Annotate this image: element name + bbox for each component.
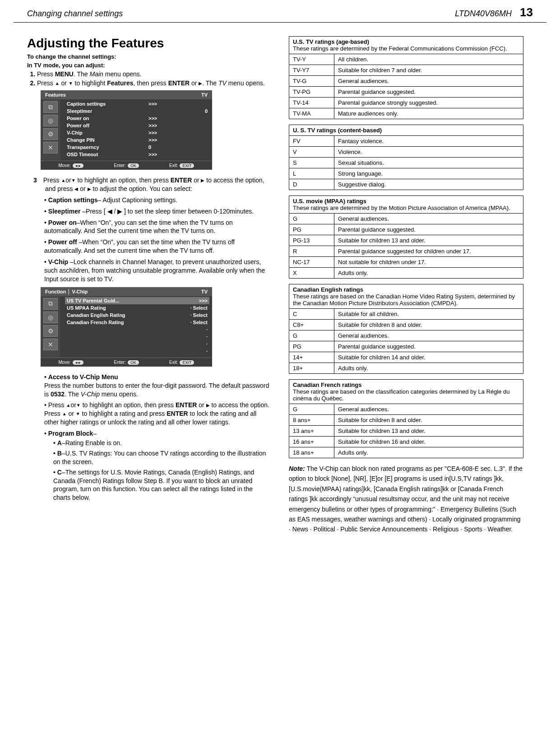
us-tv-age-table: U.S. TV ratings (age-based)These ratings… xyxy=(289,36,523,119)
tools-icon: ✕ xyxy=(43,339,58,350)
table-row: TV-14Parental guidance strongly suggeste… xyxy=(289,97,523,108)
osd-row[interactable]: Transpaerncy0 xyxy=(67,144,208,151)
table-row: 14+Suitable for children 14 and older. xyxy=(289,352,523,363)
table-row: PGParental guidance suggested. xyxy=(289,341,523,352)
osd-row[interactable]: Change PIN>>> xyxy=(67,136,208,144)
table-row: RParental guidance suggested for childre… xyxy=(289,246,523,256)
table-row: VViolence. xyxy=(289,146,523,157)
triangle-up-icon: ▲ xyxy=(62,411,67,416)
table-row: GGeneral audiences. xyxy=(289,404,523,414)
tuner-icon: ◎ xyxy=(43,312,58,323)
step-1: Press MENU. The Main menu opens. xyxy=(37,70,271,78)
osd-mode: TV xyxy=(201,92,208,98)
osd-row[interactable]: Canadian English Rating· Select xyxy=(67,312,208,319)
tv-icon: ⧉ xyxy=(43,101,58,113)
page-title: Adjusting the Features xyxy=(27,36,271,51)
feature-bullet: Power off –When “On”, you can set the ti… xyxy=(44,238,271,255)
table-row: GGeneral audiences. xyxy=(289,214,523,224)
osd-function-label: Function xyxy=(45,289,66,294)
table-row: 13 ans+Suitable for children 13 and olde… xyxy=(289,425,523,436)
step-3: 3 Press ▲or▼ to highlight an option, the… xyxy=(45,176,271,193)
table-row: DSuggestive dialog. xyxy=(289,179,523,190)
osd-vchip-menu: Function │ V-Chip TV ⧉ ◎ ⚙ ✕ US TV Paren… xyxy=(41,287,212,367)
triangle-down-icon: ▼ xyxy=(69,81,73,86)
table-row: PG-13Suitable for children 13 and older. xyxy=(289,235,523,246)
right-column: U.S. TV ratings (age-based)These ratings… xyxy=(289,36,523,541)
table-row: XAdults only. xyxy=(289,267,523,278)
osd-title: Features xyxy=(45,92,66,98)
table-row: C8+Suitable for children 8 and older. xyxy=(289,319,523,330)
osd-row[interactable]: Power off>>> xyxy=(67,122,208,129)
feature-bullet: V-Chip –Lock channels in Channel Manager… xyxy=(44,258,271,284)
note-paragraph: Note: The V-Chip can block non rated pro… xyxy=(289,464,523,535)
ok-button[interactable]: OK xyxy=(128,360,139,365)
feature-bullet: Sleeptimer –Press [ ◀ / ▶ ] to set the s… xyxy=(44,207,271,216)
table-row: 18+Adults only. xyxy=(289,363,523,373)
triangle-up-icon: ▲ xyxy=(55,81,60,86)
intro-line-1: To change the channel settings: xyxy=(27,53,271,60)
triangle-down-icon: ▼ xyxy=(76,403,81,408)
gear-icon: ⚙ xyxy=(43,128,58,140)
page-header: Changing channel settings LTDN40V86MH 13 xyxy=(0,0,560,21)
osd-row[interactable]: · xyxy=(67,340,208,348)
triangle-left-icon: ◀ xyxy=(74,186,78,191)
table-row: SSexual situations. xyxy=(289,157,523,168)
tools-icon: ✕ xyxy=(43,142,58,153)
table-row: 16 ans+Suitable for children 16 and olde… xyxy=(289,436,523,447)
table-row: FVFantasy violence. xyxy=(289,136,523,146)
tuner-icon: ◎ xyxy=(43,115,58,126)
feature-bullet: Power on–When “On”, you can set the time… xyxy=(44,219,271,236)
table-row: 18 ans+Adults only. xyxy=(289,447,523,458)
osd-row[interactable]: OSD Timeout>>> xyxy=(67,151,208,158)
vchip-press-bullet: Press ▲or▼ to highlight an option, then … xyxy=(44,401,271,427)
osd-row[interactable]: Canadian French Rating· Select xyxy=(67,319,208,326)
triangle-down-icon: ▼ xyxy=(76,411,80,416)
triangle-right-icon: ▶ xyxy=(201,178,204,183)
program-block-bullet: Program Block– A–Rating Enable is on. B–… xyxy=(44,429,271,502)
osd-row[interactable]: V-Chip>>> xyxy=(67,129,208,136)
osd-row[interactable]: Caption settings>>> xyxy=(67,100,208,107)
table-row: TV-Y7Suitable for children 7 and older. xyxy=(289,65,523,75)
table-row: PGParental guidance suggested. xyxy=(289,224,523,235)
canadian-french-table: Canadian French ratingsThese ratings are… xyxy=(289,379,523,458)
vchip-access-bullet: Access to V-Chip Menu Press the number b… xyxy=(44,373,271,399)
osd-row[interactable]: · xyxy=(67,333,208,340)
triangle-right-icon: ▶ xyxy=(88,186,91,191)
tv-icon: ⧉ xyxy=(43,298,58,310)
arrows-icon: ◂ ▸ xyxy=(73,163,84,168)
us-mpaa-table: U.S. movie (MPAA) ratingsThese ratings a… xyxy=(289,195,523,279)
table-row: TV-GGeneral audiences. xyxy=(289,75,523,86)
gear-icon: ⚙ xyxy=(43,325,58,337)
osd-row[interactable]: US TV Parental Guid...>>> xyxy=(65,297,209,304)
us-tv-content-table: U. S. TV ratings (content-based) FVFanta… xyxy=(289,125,523,190)
triangle-right-icon: ▶ xyxy=(206,403,210,408)
triangle-right-icon: ▶ xyxy=(199,81,202,86)
arrows-icon: ◂ ▸ xyxy=(73,360,84,365)
ok-button[interactable]: OK xyxy=(128,163,139,168)
header-page-number: 13 xyxy=(520,5,533,19)
exit-button[interactable]: EXIT xyxy=(180,163,194,168)
table-row: TV-YAll children. xyxy=(289,54,523,65)
table-row: LStrong language. xyxy=(289,168,523,179)
table-row: TV-PGParental guidance suggested. xyxy=(289,86,523,97)
exit-button[interactable]: EXIT xyxy=(180,360,194,365)
feature-bullet: Caption settings– Adjust Captioning sett… xyxy=(44,196,271,205)
table-row: CSuitable for all children. xyxy=(289,309,523,319)
table-row: GGeneral audiences. xyxy=(289,330,523,341)
osd-row[interactable]: · xyxy=(67,348,208,355)
header-model: LTDN40V86MH xyxy=(455,9,512,19)
osd-row[interactable]: Sleeptimer0 xyxy=(67,107,208,115)
osd-side-icons: ⧉ ◎ ⚙ ✕ xyxy=(41,296,60,358)
header-section: Changing channel settings xyxy=(27,9,123,19)
osd-row[interactable]: · xyxy=(67,326,208,333)
triangle-down-icon: ▼ xyxy=(71,178,76,183)
osd-features-menu: Features TV ⧉ ◎ ⚙ ✕ Caption settings>>>S… xyxy=(41,90,212,170)
osd-title: V-Chip xyxy=(72,289,88,294)
triangle-up-icon: ▲ xyxy=(66,403,70,408)
table-row: NC-17Not suitable for children under 17. xyxy=(289,256,523,267)
canadian-english-table: Canadian English ratingsThese ratings ar… xyxy=(289,284,523,374)
step-2: Press ▲ or ▼ to highlight Features, then… xyxy=(37,79,271,87)
osd-mode: TV xyxy=(201,289,208,294)
osd-row[interactable]: Power on>>> xyxy=(67,115,208,122)
osd-row[interactable]: US MPAA Rating· Select xyxy=(67,304,208,312)
